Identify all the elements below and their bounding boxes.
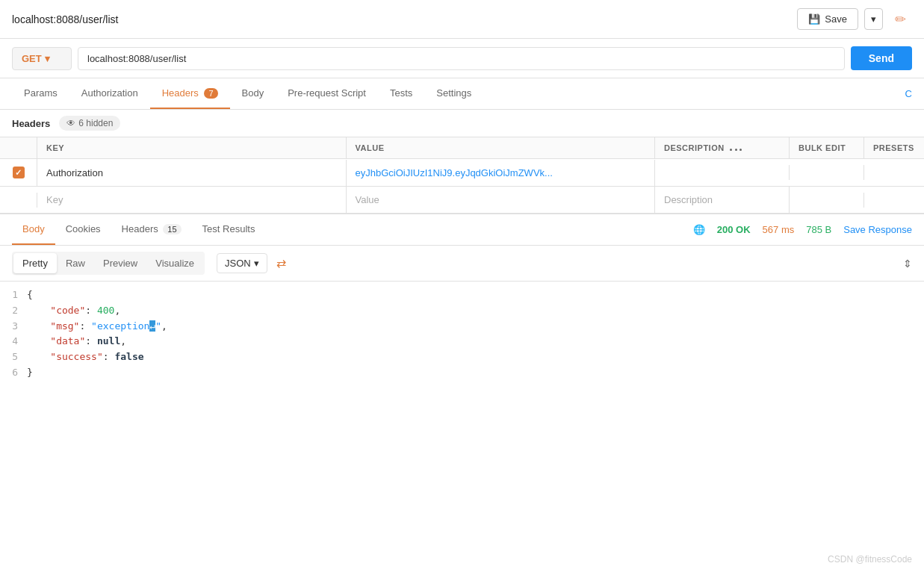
line-number: 5: [0, 349, 27, 365]
hidden-count: 6 hidden: [78, 118, 113, 128]
row1-value[interactable]: eyJhbGciOiJIUzI1NiJ9.eyJqdGkiOiJmZWVk...: [347, 160, 656, 186]
code-line-6: 6 }: [0, 365, 924, 381]
table-row: ✓ Authorization eyJhbGciOiJIUzI1NiJ9.eyJ…: [0, 159, 924, 187]
globe-icon: 🌐: [693, 224, 705, 235]
row1-checkbox[interactable]: ✓: [13, 167, 25, 178]
line-number: 4: [0, 334, 27, 349]
col-checkbox: [0, 137, 37, 158]
col-presets[interactable]: Presets: [864, 137, 924, 158]
rtab-body[interactable]: Body: [12, 214, 55, 245]
code-line-2: 2 "code": 400,: [0, 303, 924, 319]
row2-description[interactable]: Description: [655, 187, 790, 213]
request-tabs: Params Authorization Headers 7 Body Pre-…: [0, 78, 924, 110]
code-line-3: 3 "msg": "exception↵",: [0, 319, 924, 335]
response-tabs: Body Cookies Headers 15 Test Results 🌐 2…: [0, 214, 924, 246]
scroll-icon[interactable]: ⇕: [903, 258, 912, 270]
tab-right-action[interactable]: C: [905, 79, 912, 108]
json-chevron-icon: ▾: [254, 258, 259, 269]
row1-presets: [864, 165, 924, 180]
line-number: 1: [0, 287, 27, 303]
send-button[interactable]: Send: [851, 46, 912, 70]
tab-body[interactable]: Body: [230, 78, 276, 109]
row2-value[interactable]: Value: [347, 187, 656, 213]
method-select[interactable]: GET ▾: [12, 47, 72, 70]
fmt-preview[interactable]: Preview: [94, 253, 146, 273]
row1-bulk: [790, 165, 864, 180]
col-bulk-edit[interactable]: Bulk Edit: [790, 137, 864, 158]
chevron-down-icon: ▾: [871, 13, 876, 25]
headers-badge: 7: [204, 88, 217, 99]
checkmark-icon: ✓: [15, 168, 22, 178]
description-more-icon[interactable]: [730, 143, 742, 152]
tab-authorization[interactable]: Authorization: [69, 78, 150, 109]
response-headers-badge: 15: [163, 224, 181, 234]
url-input[interactable]: [78, 47, 845, 70]
headers-table: KEY VALUE DESCRIPTION Bulk Edit Presets …: [0, 137, 924, 214]
headers-section-title: Headers: [12, 118, 50, 129]
watermark: CSDN @fitnessCode: [828, 554, 912, 565]
code-line-4: 4 "data": null,: [0, 334, 924, 349]
tab-params[interactable]: Params: [12, 78, 69, 109]
col-value: VALUE: [347, 137, 656, 158]
tab-headers[interactable]: Headers 7: [150, 78, 230, 109]
table-row: Key Value Description: [0, 187, 924, 214]
code-line-1: 1 {: [0, 287, 924, 303]
col-description: DESCRIPTION: [655, 137, 790, 158]
rtab-cookies[interactable]: Cookies: [55, 214, 111, 245]
fmt-raw[interactable]: Raw: [57, 253, 94, 273]
page-title: localhost:8088/user/list: [12, 13, 118, 25]
fmt-visualize[interactable]: Visualize: [146, 253, 203, 273]
status-code: 200 OK: [717, 224, 751, 235]
tab-tests[interactable]: Tests: [378, 78, 424, 109]
url-bar: GET ▾ Send: [0, 39, 924, 78]
hidden-badge[interactable]: 👁 6 hidden: [59, 116, 120, 131]
fmt-pretty[interactable]: Pretty: [13, 253, 57, 273]
line-number: 2: [0, 303, 27, 319]
table-header: KEY VALUE DESCRIPTION Bulk Edit Presets: [0, 137, 924, 159]
response-status: 🌐 200 OK 567 ms 785 B Save Response: [693, 224, 912, 235]
save-chevron-button[interactable]: ▾: [864, 8, 883, 30]
row2-key[interactable]: Key: [37, 187, 347, 213]
row1-description[interactable]: [655, 165, 790, 180]
row2-bulk: [790, 193, 864, 208]
save-icon: 💾: [808, 13, 820, 25]
save-response-button[interactable]: Save Response: [843, 224, 912, 235]
row2-presets: [864, 193, 924, 208]
rtab-headers[interactable]: Headers 15: [111, 214, 192, 245]
json-label: JSON: [225, 258, 251, 269]
line-number: 6: [0, 365, 27, 381]
save-button[interactable]: 💾 Save: [797, 8, 858, 30]
response-time: 567 ms: [763, 224, 795, 235]
top-bar-actions: 💾 Save ▾ ✏: [797, 8, 912, 31]
response-size: 785 B: [806, 224, 831, 235]
method-label: GET: [22, 53, 42, 64]
rtab-test-results[interactable]: Test Results: [192, 214, 266, 245]
tab-pre-request[interactable]: Pre-request Script: [276, 78, 378, 109]
code-line-5: 5 "success": false: [0, 349, 924, 365]
tab-settings[interactable]: Settings: [424, 78, 483, 109]
row1-checkbox-cell[interactable]: ✓: [0, 159, 37, 186]
row1-key[interactable]: Authorization: [37, 160, 347, 186]
response-code-area: 1 { 2 "code": 400, 3 "msg": "exception↵"…: [0, 282, 924, 572]
json-format-select[interactable]: JSON ▾: [217, 253, 267, 273]
wrap-icon[interactable]: ⇄: [273, 253, 289, 273]
row2-checkbox-cell[interactable]: [0, 193, 37, 208]
line-number: 3: [0, 319, 27, 335]
edit-icon[interactable]: ✏: [889, 8, 912, 31]
format-bar: Pretty Raw Preview Visualize JSON ▾ ⇄ ⇕: [0, 246, 924, 282]
method-chevron-icon: ▾: [45, 53, 50, 64]
eye-icon: 👁: [66, 118, 75, 128]
col-key: KEY: [37, 137, 347, 158]
view-mode-group: Pretty Raw Preview Visualize: [12, 252, 205, 275]
top-bar: localhost:8088/user/list 💾 Save ▾ ✏: [0, 0, 924, 39]
headers-bar: Headers 👁 6 hidden: [0, 110, 924, 137]
